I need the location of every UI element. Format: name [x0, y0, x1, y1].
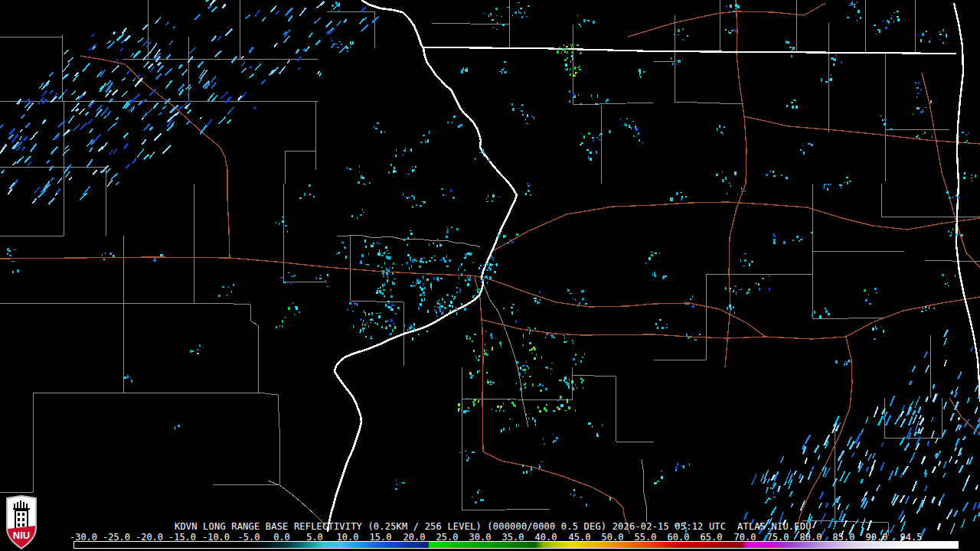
reflectivity-colorbar: [74, 541, 959, 549]
map-background: [0, 0, 980, 551]
niu-logo-text: NIU: [13, 530, 30, 541]
niu-shield-icon: NIU: [4, 494, 39, 551]
radar-map: [0, 0, 980, 551]
product-title: KDVN LONG RANGE BASE REFLECTIVITY (0.25K…: [175, 522, 812, 531]
radar-display: KDVN LONG RANGE BASE REFLECTIVITY (0.25K…: [0, 0, 980, 551]
niu-logo: NIU: [4, 494, 39, 551]
